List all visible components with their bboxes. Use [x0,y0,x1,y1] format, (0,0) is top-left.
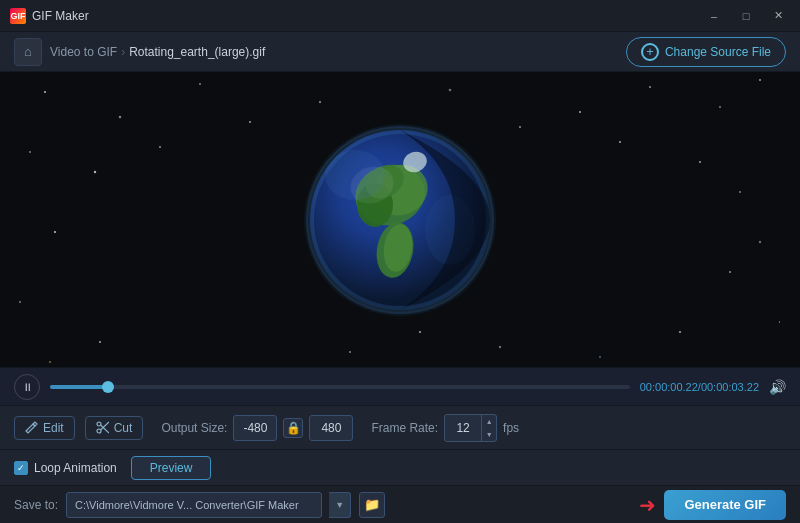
progress-bar-track[interactable] [50,385,630,389]
time-display: 00:00:00.22/00:00:03.22 [640,381,759,393]
change-source-label: Change Source File [665,45,771,59]
svg-point-20 [679,331,681,333]
home-icon: ⌂ [24,44,32,59]
loop-animation-checkbox[interactable] [14,461,28,475]
fps-input-wrapper: ▲ ▼ [444,414,497,442]
close-button[interactable]: ✕ [764,6,792,26]
fps-down-arrow[interactable]: ▼ [482,428,496,441]
fps-group: Frame Rate: ▲ ▼ fps [371,414,519,442]
fps-up-arrow[interactable]: ▲ [482,415,496,428]
svg-point-8 [759,79,761,81]
progress-thumb[interactable] [102,381,114,393]
svg-point-28 [519,126,521,128]
lock-icon[interactable]: 🔒 [283,418,303,438]
svg-point-24 [499,346,501,348]
browse-folder-button[interactable]: 📁 [359,492,385,518]
edit-label: Edit [43,421,64,435]
svg-point-23 [419,331,421,333]
svg-point-22 [349,351,351,353]
breadcrumb: Video to GIF › Rotating_earth_(large).gi… [50,45,265,59]
app-icon: GIF [10,8,26,24]
svg-point-4 [449,89,452,92]
width-input[interactable] [233,415,277,441]
fps-arrows: ▲ ▼ [481,415,496,441]
svg-point-17 [19,301,21,303]
height-input[interactable] [309,415,353,441]
video-preview-area [0,72,800,367]
svg-point-13 [739,191,741,193]
folder-icon: 📁 [364,497,380,512]
save-to-label: Save to: [14,498,58,512]
svg-point-11 [159,146,161,148]
cut-icon [96,421,109,434]
svg-point-18 [779,321,780,323]
arrow-icon: ➜ [639,493,656,517]
svg-point-3 [319,101,321,103]
nav-bar: ⌂ Video to GIF › Rotating_earth_(large).… [0,32,800,72]
loop-animation-row: Loop Animation Preview [0,449,800,485]
window-controls: – □ ✕ [700,6,792,26]
loop-animation-checkbox-wrapper[interactable]: Loop Animation [14,461,117,475]
title-bar-left: GIF GIF Maker [10,8,89,24]
svg-point-14 [54,231,56,233]
svg-point-2 [199,83,201,85]
title-bar: GIF GIF Maker – □ ✕ [0,0,800,32]
svg-point-5 [579,111,581,113]
loop-animation-label: Loop Animation [34,461,117,475]
tool-bar: Edit Cut Output Size: 🔒 Frame Rate: ▲ ▼ … [0,405,800,449]
fps-unit-label: fps [503,421,519,435]
svg-point-25 [599,356,601,358]
edit-button[interactable]: Edit [14,416,75,440]
nav-left: ⌂ Video to GIF › Rotating_earth_(large).… [14,38,265,66]
svg-point-15 [729,271,731,273]
breadcrumb-separator: › [121,45,125,59]
breadcrumb-current: Rotating_earth_(large).gif [129,45,265,59]
playback-controls-bar: ⏸ 00:00:00.22/00:00:03.22 🔊 [0,367,800,405]
svg-point-9 [29,151,31,153]
fps-input[interactable] [445,415,481,441]
pause-button[interactable]: ⏸ [14,374,40,400]
app-title: GIF Maker [32,9,89,23]
save-path-display: C:\Vidmore\Vidmore V... Converter\GIF Ma… [66,492,322,518]
plus-circle-icon: + [641,43,659,61]
svg-point-26 [249,121,251,123]
change-source-button[interactable]: + Change Source File [626,37,786,67]
edit-icon [25,421,38,434]
svg-point-10 [94,171,96,173]
frame-rate-label: Frame Rate: [371,421,438,435]
generate-gif-button[interactable]: Generate GIF [664,490,786,520]
svg-point-0 [44,91,46,93]
progress-bar-fill [50,385,108,389]
svg-point-1 [119,116,121,118]
svg-point-7 [719,106,721,108]
maximize-button[interactable]: □ [732,6,760,26]
cut-button[interactable]: Cut [85,416,144,440]
home-button[interactable]: ⌂ [14,38,42,66]
svg-point-12 [699,161,701,163]
svg-point-29 [619,141,621,143]
svg-point-6 [649,86,651,88]
svg-point-19 [99,341,101,343]
save-bar: Save to: C:\Vidmore\Vidmore V... Convert… [0,485,800,523]
svg-point-16 [759,241,761,243]
cut-label: Cut [114,421,133,435]
output-size-label: Output Size: [161,421,227,435]
output-size-group: Output Size: 🔒 [161,415,353,441]
path-dropdown-button[interactable]: ▼ [329,492,351,518]
breadcrumb-parent[interactable]: Video to GIF [50,45,117,59]
volume-icon[interactable]: 🔊 [769,379,786,395]
svg-point-21 [49,361,51,363]
preview-button[interactable]: Preview [131,456,212,480]
earth-image [300,120,500,320]
minimize-button[interactable]: – [700,6,728,26]
pause-icon: ⏸ [22,381,33,393]
